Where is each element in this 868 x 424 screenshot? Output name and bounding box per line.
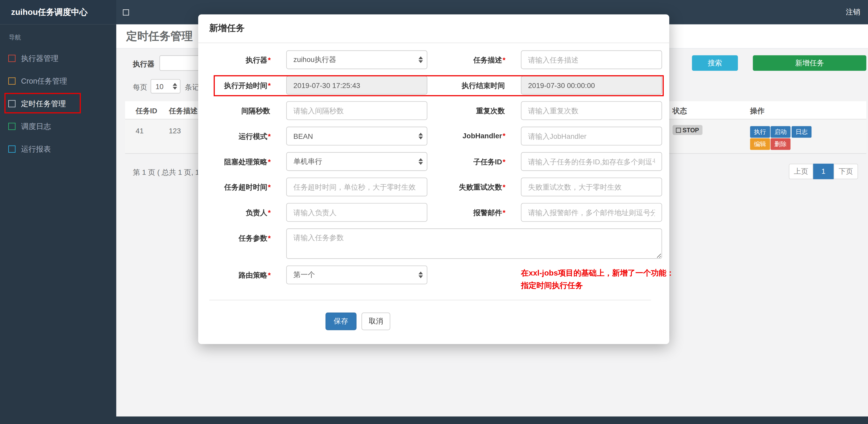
cell-job-desc: 123 xyxy=(169,127,181,135)
app-root: zuihou任务调度中心 注销 导航 执行器管理 Cron任务管理 定时任务管理… xyxy=(0,0,868,424)
column-header-status: 状态 xyxy=(673,106,687,116)
prev-page-button[interactable]: 上页 xyxy=(789,164,813,179)
nav-section-label: 导航 xyxy=(0,24,116,47)
required-marker: * xyxy=(268,56,271,64)
timeout-input[interactable] xyxy=(286,177,428,196)
start-time-input[interactable] xyxy=(286,76,428,95)
block-strategy-label: 阻塞处理策略* xyxy=(198,152,271,171)
cell-job-id: 41 xyxy=(135,127,144,135)
column-header-job-id: 任务ID xyxy=(135,106,157,116)
feature-note-line2: 指定时间执行任务 xyxy=(521,280,674,292)
required-marker: * xyxy=(268,132,271,141)
owner-input[interactable] xyxy=(286,203,428,222)
sidebar-menu: 执行器管理 Cron任务管理 定时任务管理 调度日志 运行报表 xyxy=(0,47,116,160)
sidebar-item-label: Cron任务管理 xyxy=(21,76,67,86)
selected-value: zuihou执行器 xyxy=(293,55,336,65)
job-handler-label: JobHandler* xyxy=(427,127,505,145)
add-task-modal: 新增任务 执行器* zuihou执行器 任务描述* 执行开始时间* 执行结束时间… xyxy=(198,14,669,344)
column-header-actions: 操作 xyxy=(750,106,765,116)
end-time-input[interactable] xyxy=(521,76,662,95)
per-page-select[interactable]: 10 xyxy=(151,79,181,94)
menu-square-icon xyxy=(8,123,16,130)
per-page-label: 每页 xyxy=(133,82,147,92)
retry-count-input[interactable] xyxy=(521,177,662,196)
select-arrows-icon xyxy=(173,83,177,90)
required-marker: * xyxy=(268,158,271,166)
required-marker: * xyxy=(268,81,271,90)
stop-square-icon xyxy=(676,128,681,133)
selected-value: 第一个 xyxy=(293,270,315,280)
select-arrows-icon xyxy=(418,57,423,63)
sidebar-item-run-report[interactable]: 运行报表 xyxy=(0,138,116,160)
current-page-button[interactable]: 1 xyxy=(813,164,834,179)
owner-label: 负责人* xyxy=(198,203,271,222)
status-badge: STOP xyxy=(673,125,702,135)
sidebar-toggle-icon xyxy=(123,9,129,15)
cancel-button[interactable]: 取消 xyxy=(362,313,390,330)
modal-header: 新增任务 xyxy=(198,14,669,43)
required-marker: * xyxy=(502,56,505,64)
sidebar-item-executor-manage[interactable]: 执行器管理 xyxy=(0,47,116,70)
next-page-button[interactable]: 下页 xyxy=(834,164,858,179)
required-marker: * xyxy=(268,271,271,280)
run-mode-label: 运行模式* xyxy=(198,127,271,145)
sidebar-item-label: 调度日志 xyxy=(21,121,51,131)
alarm-email-label: 报警邮件* xyxy=(427,203,505,222)
job-desc-label: 任务描述* xyxy=(427,50,505,69)
job-desc-input[interactable] xyxy=(521,50,662,69)
edit-button[interactable]: 编辑 xyxy=(750,138,770,150)
menu-square-icon xyxy=(8,77,16,85)
retry-count-label: 失败重试次数* xyxy=(427,177,505,196)
stage: zuihou任务调度中心 注销 导航 执行器管理 Cron任务管理 定时任务管理… xyxy=(0,0,868,424)
required-marker: * xyxy=(502,208,505,217)
select-arrows-icon xyxy=(418,158,423,165)
footer-bar xyxy=(0,417,868,424)
sidebar-item-dispatch-log[interactable]: 调度日志 xyxy=(0,115,116,138)
brand-logo: zuihou任务调度中心 xyxy=(0,0,116,24)
required-marker: * xyxy=(502,183,505,191)
required-marker: * xyxy=(502,158,505,166)
run-button[interactable]: 执行 xyxy=(750,126,770,138)
alarm-email-input[interactable] xyxy=(521,203,662,222)
job-handler-input[interactable] xyxy=(521,127,662,145)
job-param-label: 任务参数* xyxy=(198,228,271,259)
interval-input[interactable] xyxy=(286,101,428,120)
required-marker: * xyxy=(268,234,271,242)
pagination: 上页 1 下页 xyxy=(789,164,858,179)
selected-value: BEAN xyxy=(293,132,313,140)
sidebar-toggle-button[interactable] xyxy=(123,0,129,24)
sidebar-item-label: 定时任务管理 xyxy=(21,99,66,108)
executor-select[interactable]: zuihou执行器 xyxy=(286,50,428,69)
block-strategy-select[interactable]: 单机串行 xyxy=(286,152,428,171)
menu-square-icon xyxy=(8,145,16,153)
job-param-textarea[interactable] xyxy=(286,228,662,259)
log-button[interactable]: 日志 xyxy=(792,126,811,138)
feature-note-line1: 在xxl-jobs项目的基础上，新增了一个功能： xyxy=(521,267,674,280)
save-button[interactable]: 保存 xyxy=(326,313,356,330)
per-page-value: 10 xyxy=(156,82,164,90)
sidebar-item-cron-task[interactable]: Cron任务管理 xyxy=(0,70,116,93)
search-button[interactable]: 搜索 xyxy=(692,55,738,71)
sidebar-item-timed-task[interactable]: 定时任务管理 xyxy=(0,93,116,115)
start-button[interactable]: 启动 xyxy=(771,126,790,138)
child-job-id-input[interactable] xyxy=(521,152,662,171)
repeat-count-input[interactable] xyxy=(521,101,662,120)
end-time-label: 执行结束时间 xyxy=(427,76,505,95)
executor-label: 执行器* xyxy=(198,50,271,69)
status-text: STOP xyxy=(683,127,699,133)
interval-label: 间隔秒数 xyxy=(198,101,271,120)
selected-value: 单机串行 xyxy=(293,157,322,166)
required-marker: * xyxy=(268,208,271,217)
modal-footer: 保存 取消 xyxy=(198,300,662,330)
select-arrows-icon xyxy=(418,133,423,139)
run-mode-select[interactable]: BEAN xyxy=(286,127,428,145)
logout-link[interactable]: 注销 xyxy=(846,0,860,24)
route-strategy-select[interactable]: 第一个 xyxy=(286,265,428,284)
child-job-id-label: 子任务ID* xyxy=(427,152,505,171)
delete-button[interactable]: 删除 xyxy=(771,138,790,150)
column-header-job-desc: 任务描述 xyxy=(169,106,197,116)
start-time-label: 执行开始时间* xyxy=(198,76,271,95)
sidebar-item-label: 执行器管理 xyxy=(21,54,58,63)
feature-note: 在xxl-jobs项目的基础上，新增了一个功能： 指定时间执行任务 xyxy=(521,265,674,292)
add-task-button[interactable]: 新增任务 xyxy=(753,55,866,71)
